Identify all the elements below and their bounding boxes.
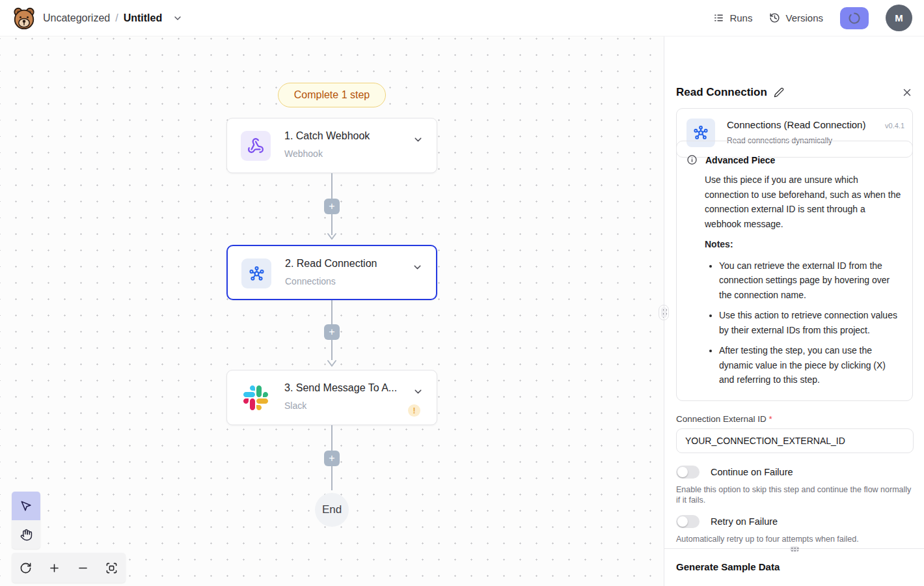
flow-canvas[interactable]: Complete 1 step 1. Catch Webhook Webhook… — [0, 36, 664, 586]
note-item: You can retrieve the external ID from th… — [719, 258, 903, 303]
rotate-cw-icon — [20, 562, 32, 574]
step-chevron-down-icon[interactable] — [412, 262, 423, 275]
complete-steps-pill[interactable]: Complete 1 step — [278, 83, 386, 107]
main-area: Complete 1 step 1. Catch Webhook Webhook… — [0, 36, 924, 586]
external-id-label: Connection External ID * — [676, 414, 772, 424]
reset-zoom-button[interactable] — [12, 553, 40, 583]
complete-steps-label: Complete 1 step — [294, 89, 370, 101]
app-logo-bear-icon[interactable] — [12, 6, 36, 31]
fit-to-view-button[interactable] — [98, 553, 126, 583]
step-title: 3. Send Message To A... — [284, 382, 397, 394]
add-step-button[interactable]: + — [324, 451, 340, 466]
step-title: 2. Read Connection — [285, 258, 377, 270]
connections-icon — [241, 258, 271, 288]
advanced-piece-note: Advanced Piece Use this piece if you are… — [676, 141, 913, 401]
breadcrumb: Uncategorized / Untitled — [43, 12, 183, 24]
toggle-knob — [677, 516, 688, 527]
slack-icon — [241, 383, 271, 413]
runs-label: Runs — [729, 12, 752, 23]
toggle-switch-off[interactable] — [676, 466, 700, 479]
add-step-button[interactable]: + — [324, 324, 340, 340]
loading-spinner-icon — [848, 12, 861, 25]
notes-label: Notes: — [705, 237, 903, 252]
topbar-actions: Runs Versions M — [713, 5, 912, 31]
top-bar: Uncategorized / Untitled Runs Versions M — [0, 0, 924, 36]
step-settings-panel: Read Connection Con — [664, 36, 924, 586]
zoom-in-button[interactable] — [40, 553, 68, 583]
fit-view-icon — [105, 562, 118, 574]
step-chevron-down-icon[interactable] — [413, 386, 424, 400]
flow-menu-chevron-down-icon[interactable] — [172, 13, 183, 23]
generate-sample-data-title: Generate Sample Data — [676, 561, 780, 572]
cursor-icon — [20, 500, 33, 512]
history-icon — [769, 12, 780, 23]
select-tool-button[interactable] — [12, 492, 40, 520]
minus-icon — [77, 562, 89, 574]
required-asterisk: * — [769, 414, 772, 424]
runs-list-icon — [713, 12, 724, 23]
step-card-catch-webhook[interactable]: 1. Catch Webhook Webhook — [226, 118, 437, 173]
plus-icon — [48, 562, 61, 574]
end-label: End — [322, 503, 342, 516]
step-warning-icon: ! — [408, 404, 420, 417]
sample-data-splitter[interactable] — [664, 548, 924, 549]
retry-on-failure-toggle[interactable]: Retry on Failure — [676, 515, 778, 528]
warning-exclamation: ! — [413, 406, 416, 415]
close-panel-icon[interactable] — [901, 87, 913, 98]
runs-button[interactable]: Runs — [713, 12, 752, 23]
toggle-switch-off[interactable] — [676, 515, 700, 528]
retry-on-failure-help: Automatically retry up to four attempts … — [676, 534, 913, 544]
notes-list: You can retrieve the external ID from th… — [705, 258, 903, 387]
plus-icon: + — [329, 326, 334, 337]
flow-end-node: End — [315, 493, 349, 527]
plus-icon: + — [329, 201, 334, 212]
step-title: 1. Catch Webhook — [284, 130, 370, 142]
zoom-out-button[interactable] — [69, 553, 97, 583]
user-avatar[interactable]: M — [886, 5, 912, 31]
step-chevron-down-icon[interactable] — [413, 134, 424, 148]
external-id-input[interactable] — [676, 428, 914, 453]
versions-button[interactable]: Versions — [769, 12, 823, 23]
splitter-grip-icon[interactable] — [789, 545, 800, 552]
step-subtitle: Slack — [284, 400, 306, 411]
advanced-piece-body: Use this piece if you are unsure which c… — [705, 173, 903, 231]
step-card-send-message-slack[interactable]: 3. Send Message To A... Slack ! — [226, 370, 437, 425]
rename-pencil-icon[interactable] — [774, 87, 784, 98]
step-card-read-connection[interactable]: 2. Read Connection Connections — [226, 245, 437, 300]
arrow-down-icon — [327, 358, 337, 370]
webhook-icon — [241, 131, 271, 161]
step-subtitle: Connections — [285, 276, 336, 286]
note-item: Use this action to retrieve connection v… — [719, 308, 903, 337]
arrow-down-icon — [327, 231, 337, 243]
toggle-knob — [677, 467, 688, 477]
continue-on-failure-label: Continue on Failure — [711, 467, 793, 477]
panel-title: Read Connection — [676, 86, 767, 99]
plus-icon: + — [329, 453, 334, 464]
piece-version: v0.4.1 — [885, 122, 904, 130]
breadcrumb-separator: / — [115, 12, 118, 24]
note-item: After testing the step, you can use the … — [719, 343, 903, 387]
pan-tool-button[interactable] — [12, 520, 40, 549]
continue-on-failure-help: Enable this option to skip this step and… — [676, 484, 913, 505]
versions-label: Versions — [785, 12, 823, 23]
panel-resize-handle[interactable] — [659, 305, 669, 320]
add-step-button[interactable]: + — [324, 199, 340, 214]
hand-icon — [20, 529, 33, 541]
panel-header: Read Connection — [676, 86, 913, 99]
canvas-mode-toolbar — [12, 492, 40, 549]
publish-loading-button[interactable] — [840, 7, 869, 29]
canvas-zoom-toolbar — [12, 553, 126, 583]
external-id-label-text: Connection External ID — [676, 414, 767, 424]
piece-name: Connections (Read Connection) — [727, 119, 865, 130]
flow-title[interactable]: Untitled — [124, 12, 163, 24]
continue-on-failure-toggle[interactable]: Continue on Failure — [676, 466, 793, 479]
breadcrumb-folder[interactable]: Uncategorized — [43, 12, 110, 24]
retry-on-failure-label: Retry on Failure — [711, 516, 778, 527]
info-icon — [686, 154, 698, 165]
avatar-initial: M — [895, 12, 903, 23]
step-subtitle: Webhook — [284, 148, 323, 159]
advanced-piece-title: Advanced Piece — [705, 155, 775, 165]
